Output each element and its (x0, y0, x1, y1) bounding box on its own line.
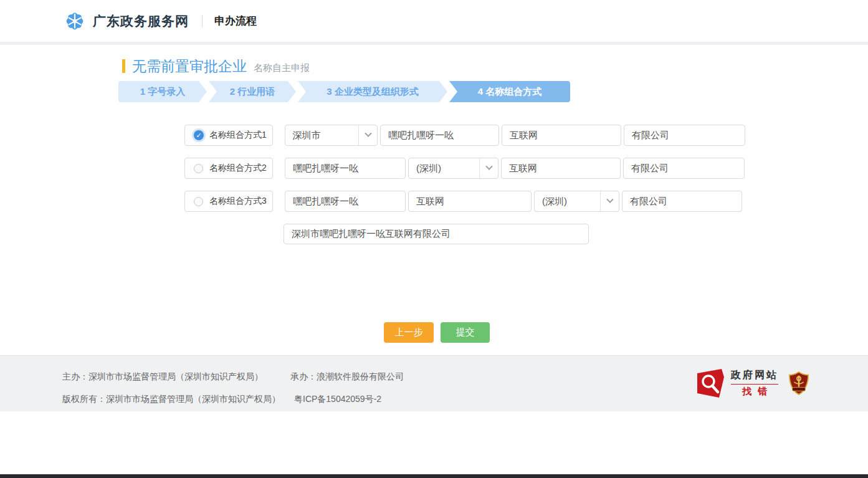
radio-unchecked-icon (194, 197, 203, 206)
full-company-name-input[interactable] (284, 224, 589, 244)
site-error-badge-text: 政府网站 找错 (731, 369, 778, 398)
title-marker (122, 59, 125, 73)
organizer-value: 浪潮软件股份有限公司 (317, 371, 404, 381)
header-divider (202, 15, 203, 27)
footer-badges: 政府网站 找错 (697, 368, 809, 398)
previous-step-button[interactable]: 上一步 (384, 322, 434, 343)
radio-unchecked-icon (194, 164, 203, 173)
tab-step-2[interactable]: 2 行业用语 (209, 81, 296, 102)
footer: 主办：深圳市市场监督管理局（深圳市知识产权局）承办：浪潮软件股份有限公司 版权所… (0, 355, 868, 411)
name-combination-form: ✓ 名称组合方式1 深圳市 名称组合方式2 (深圳) (184, 125, 748, 212)
row3-industry-input[interactable] (408, 191, 532, 212)
bottom-bar (0, 474, 868, 478)
step-tabs: 1 字号录入 2 行业用语 3 企业类型及组织形式 4 名称组合方式 (118, 81, 748, 102)
row1-orgform-input[interactable] (624, 125, 745, 146)
cyber-police-badge-icon[interactable] (788, 371, 809, 395)
option-3-label: 名称组合方式3 (209, 196, 267, 207)
badge-line2: 找错 (731, 386, 778, 398)
chevron-down-icon (479, 158, 498, 178)
check-icon: ✓ (194, 130, 204, 140)
row1-industry-input[interactable] (502, 125, 621, 146)
row2-industry-input[interactable] (501, 158, 621, 179)
badge-line1: 政府网站 (731, 369, 778, 382)
combination-row-2: 名称组合方式2 (深圳) (184, 158, 748, 179)
host-value: 深圳市市场监督管理局（深圳市知识产权局） (88, 371, 263, 381)
row3-orgform-input[interactable] (622, 191, 742, 212)
row2-region-value: (深圳) (409, 158, 479, 178)
copyright-label: 版权所有： (62, 394, 106, 404)
pinwheel-logo-icon (64, 10, 86, 32)
row3-region-select[interactable]: (深圳) (534, 191, 619, 212)
row3-tradename-input[interactable] (285, 191, 406, 212)
combination-row-1: ✓ 名称组合方式1 深圳市 (184, 125, 748, 146)
submit-button[interactable]: 提交 (441, 322, 490, 343)
page-subtitle: 名称自主申报 (254, 58, 310, 74)
full-name-row (284, 224, 748, 244)
page-nav-title: 申办流程 (214, 14, 257, 28)
organizer-label: 承办： (290, 371, 317, 381)
row1-region-select[interactable]: 深圳市 (285, 125, 378, 146)
icp-number: 粤ICP备15042059号-2 (294, 394, 381, 404)
option-1-label: 名称组合方式1 (209, 130, 267, 141)
header: 广东政务服务网 申办流程 (0, 0, 868, 42)
bottom-spacer (0, 411, 868, 474)
tab-step-4-active[interactable]: 4 名称组合方式 (449, 81, 570, 102)
chevron-down-icon (358, 125, 377, 145)
host-label: 主办： (62, 371, 88, 381)
site-logo[interactable]: 广东政务服务网 (64, 10, 189, 32)
page-title-row: 无需前置审批企业 名称自主申报 (122, 57, 748, 75)
copyright-value: 深圳市市场监督管理局（深圳市知识产权局） (106, 394, 280, 404)
site-error-report-badge[interactable]: 政府网站 找错 (697, 368, 778, 398)
row3-region-value: (深圳) (535, 191, 600, 211)
option-2-label: 名称组合方式2 (209, 163, 267, 174)
action-buttons: 上一步 提交 (384, 322, 748, 343)
row1-region-value: 深圳市 (285, 125, 358, 145)
row2-tradename-input[interactable] (285, 158, 406, 179)
row1-tradename-input[interactable] (380, 125, 499, 146)
row2-region-select[interactable]: (深圳) (408, 158, 498, 179)
combination-row-3: 名称组合方式3 (深圳) (184, 191, 748, 212)
page-title: 无需前置审批企业 (132, 57, 247, 76)
brand-title: 广东政务服务网 (93, 12, 189, 30)
option-3-radio[interactable]: 名称组合方式3 (184, 191, 273, 212)
option-1-checkbox[interactable]: ✓ 名称组合方式1 (184, 125, 273, 146)
main-content: 无需前置审批企业 名称自主申报 1 字号录入 2 行业用语 3 企业类型及组织形… (0, 45, 868, 355)
chevron-down-icon (600, 191, 619, 211)
site-error-flag-icon (697, 368, 725, 398)
tab-step-1[interactable]: 1 字号录入 (118, 81, 207, 102)
badge-divider (731, 384, 778, 385)
option-2-radio[interactable]: 名称组合方式2 (184, 158, 273, 179)
tab-step-3[interactable]: 3 企业类型及组织形式 (298, 81, 447, 102)
row2-orgform-input[interactable] (623, 158, 745, 179)
